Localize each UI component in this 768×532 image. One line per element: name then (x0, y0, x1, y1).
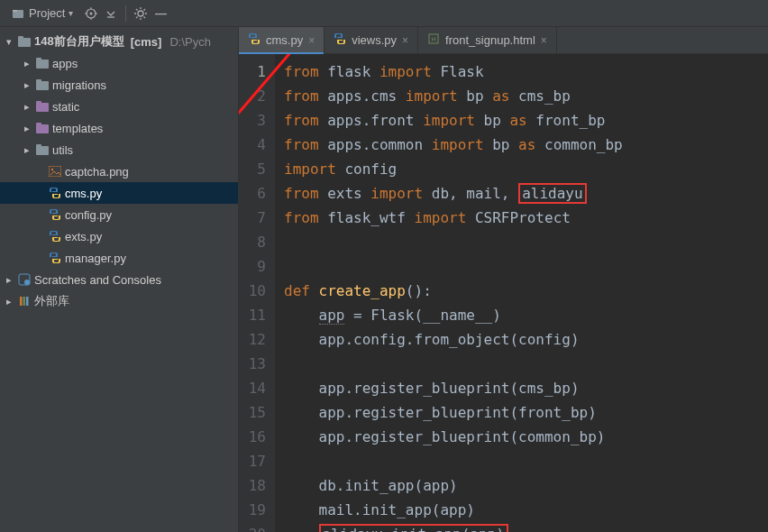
svg-rect-19 (18, 36, 23, 39)
close-icon[interactable]: × (541, 34, 547, 47)
tree-root-label: 148前台用户模型 (34, 33, 124, 50)
python-icon (48, 251, 62, 265)
tree-root[interactable]: ▾ 148前台用户模型 [cms] D:\Pych (0, 31, 238, 52)
folder-icon (35, 56, 50, 70)
svg-line-15 (144, 16, 146, 18)
chevron-right-icon: ▸ (22, 101, 32, 113)
tree-folder-templates[interactable]: ▸ templates (0, 117, 238, 139)
svg-point-9 (138, 11, 143, 16)
tree-external-libs[interactable]: ▸ 外部库 (0, 290, 238, 312)
close-icon[interactable]: × (402, 34, 408, 47)
python-icon (48, 186, 62, 200)
tree-label: 外部库 (34, 293, 69, 309)
python-icon (48, 229, 62, 243)
project-toolbar: Project ▾ — (0, 0, 768, 27)
minimize-icon[interactable]: — (153, 6, 168, 21)
svg-text:H: H (432, 36, 436, 42)
tab-label: cms.py (266, 33, 303, 47)
chevron-right-icon: ▸ (22, 123, 32, 134)
svg-rect-24 (36, 103, 49, 112)
tree-label: migrations (52, 78, 106, 92)
svg-point-33 (24, 280, 30, 285)
tree-label: manager.py (65, 252, 126, 265)
svg-rect-30 (49, 166, 61, 177)
chevron-right-icon: ▸ (4, 274, 14, 286)
project-icon (11, 6, 25, 21)
tree-file-config[interactable]: config.py (0, 204, 238, 225)
tab-label: front_signup.html (445, 33, 535, 47)
close-icon[interactable]: × (308, 34, 315, 47)
separator (125, 5, 126, 22)
chevron-right-icon: ▸ (4, 296, 14, 307)
folder-icon (17, 34, 32, 49)
project-label: Project (29, 6, 65, 20)
tree-label: templates (52, 122, 103, 135)
python-icon (48, 207, 62, 222)
scratches-icon (17, 272, 32, 287)
html-icon: H (427, 32, 440, 48)
project-tree: ▾ 148前台用户模型 [cms] D:\Pych ▸ apps ▸ migra… (0, 27, 239, 532)
chevron-right-icon: ▸ (22, 79, 32, 91)
tab-cms[interactable]: cms.py × (239, 27, 325, 53)
tree-label: static (52, 100, 79, 114)
project-selector[interactable]: Project ▾ (5, 5, 78, 23)
svg-rect-36 (26, 297, 29, 306)
tree-label: exts.py (65, 230, 102, 243)
code-content[interactable]: from flask import Flask from apps.cms im… (275, 54, 632, 532)
main-area: ▾ 148前台用户模型 [cms] D:\Pych ▸ apps ▸ migra… (0, 27, 768, 532)
tree-label: utils (52, 143, 73, 157)
tree-file-cms[interactable]: cms.py (0, 182, 238, 204)
tree-file-exts[interactable]: exts.py (0, 225, 238, 247)
editor-tabs: cms.py × views.py × H front_signup.html … (239, 27, 768, 54)
python-icon (334, 32, 346, 48)
tree-folder-migrations[interactable]: ▸ migrations (0, 74, 238, 96)
folder-icon (35, 99, 50, 114)
tree-label: captcha.png (65, 165, 129, 179)
expand-icon[interactable] (104, 6, 118, 21)
tree-folder-apps[interactable]: ▸ apps (0, 52, 238, 74)
tab-front-signup[interactable]: H front_signup.html × (418, 27, 557, 53)
tree-folder-static[interactable]: ▸ static (0, 96, 238, 117)
tree-scratches[interactable]: ▸ Scratches and Consoles (0, 269, 238, 290)
library-icon (17, 294, 32, 308)
tab-label: views.py (352, 33, 397, 47)
target-icon[interactable] (84, 6, 98, 21)
tree-label: config.py (65, 208, 112, 222)
folder-icon (35, 121, 50, 135)
svg-line-14 (136, 9, 138, 11)
svg-rect-1 (13, 10, 17, 12)
svg-rect-27 (36, 123, 41, 125)
chevron-down-icon: ▾ (4, 36, 14, 48)
tree-root-path: D:\Pych (169, 35, 211, 49)
svg-rect-25 (36, 101, 41, 104)
gear-icon[interactable] (133, 6, 148, 21)
image-icon (48, 164, 62, 179)
code-editor[interactable]: 123456789101112131415161718192021 from f… (239, 54, 768, 532)
svg-rect-28 (36, 146, 49, 155)
svg-rect-18 (18, 38, 31, 47)
tree-label: Scratches and Consoles (34, 273, 161, 287)
tree-folder-utils[interactable]: ▸ utils (0, 139, 238, 161)
svg-rect-22 (36, 81, 49, 90)
svg-rect-23 (36, 79, 41, 82)
editor-area: cms.py × views.py × H front_signup.html … (239, 27, 768, 532)
svg-rect-35 (23, 297, 26, 306)
svg-line-17 (144, 9, 146, 11)
svg-point-3 (90, 12, 93, 14)
svg-rect-29 (36, 144, 41, 147)
chevron-down-icon: ▾ (69, 8, 73, 18)
svg-line-16 (136, 16, 138, 18)
tree-file-manager[interactable]: manager.py (0, 247, 238, 269)
line-gutter: 123456789101112131415161718192021 (239, 54, 275, 532)
svg-point-31 (51, 169, 53, 170)
folder-icon (35, 78, 50, 92)
svg-rect-34 (20, 297, 23, 306)
chevron-right-icon: ▸ (22, 144, 32, 156)
svg-rect-26 (36, 124, 49, 133)
svg-rect-20 (36, 60, 49, 69)
tab-views[interactable]: views.py × (325, 27, 418, 53)
folder-icon (35, 142, 50, 157)
python-icon (248, 32, 261, 48)
tree-file-captcha[interactable]: captcha.png (0, 161, 238, 182)
svg-rect-21 (36, 58, 41, 60)
